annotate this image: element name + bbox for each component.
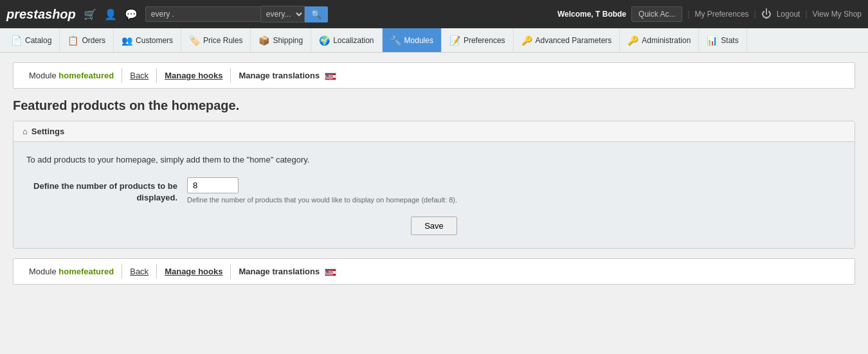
administration-icon: 🔑 xyxy=(628,35,638,46)
module-label-bottom: Module homefeatured xyxy=(21,264,122,279)
manage-translations-top[interactable]: Manage translations 🇺🇸 xyxy=(231,68,343,83)
preferences-icon: 📝 xyxy=(449,35,460,46)
nav-modules[interactable]: 🔧 Modules xyxy=(383,28,442,52)
cart-icon[interactable]: 🛒 xyxy=(84,8,96,21)
nav-catalog[interactable]: 📄 Catalog xyxy=(3,28,60,52)
search-input[interactable] xyxy=(145,6,261,22)
settings-header: Settings xyxy=(14,121,854,142)
quick-access-button[interactable]: Quick Ac... xyxy=(631,6,682,22)
nav-advanced-parameters[interactable]: 🔑 Advanced Parameters xyxy=(514,28,620,52)
nav-price-rules[interactable]: 🏷️ Price Rules xyxy=(181,28,251,52)
modules-icon: 🔧 xyxy=(390,35,401,46)
nav-shipping[interactable]: 📦 Shipping xyxy=(251,28,311,52)
search-dropdown[interactable]: every... xyxy=(261,6,305,22)
flag-icon-top: 🇺🇸 xyxy=(325,73,336,80)
shipping-icon: 📦 xyxy=(258,35,269,46)
nav-localization[interactable]: 🌍 Localization xyxy=(311,28,382,52)
employees-icon[interactable]: 👤 xyxy=(104,8,117,21)
logo[interactable]: prestashop xyxy=(6,7,76,22)
module-toolbar-bottom: Module homefeatured Back Manage hooks Ma… xyxy=(13,258,855,285)
save-row: Save xyxy=(26,217,842,235)
welcome-text: Welcome, T Bobde xyxy=(557,10,626,19)
module-label-top: Module homefeatured xyxy=(21,68,122,83)
form-control-wrap: Define the number of products that you w… xyxy=(187,177,842,204)
info-text: To add products to your homepage, simply… xyxy=(26,155,842,164)
back-button-top[interactable]: Back xyxy=(122,68,157,83)
chat-icon[interactable]: 💬 xyxy=(125,8,138,21)
orders-icon: 📋 xyxy=(68,35,78,46)
content-area: Module homefeatured Back Manage hooks Ma… xyxy=(0,53,868,304)
module-toolbar-top: Module homefeatured Back Manage hooks Ma… xyxy=(13,62,855,89)
product-count-input[interactable] xyxy=(187,177,239,193)
manage-hooks-bottom[interactable]: Manage hooks xyxy=(157,264,231,279)
view-my-shop-link[interactable]: View My Shop xyxy=(813,10,862,19)
power-icon: ⏻ xyxy=(761,8,772,20)
top-bar-right: Welcome, T Bobde Quick Ac... | My Prefer… xyxy=(557,6,862,22)
logout-link[interactable]: Logout xyxy=(777,10,800,19)
settings-body: To add products to your homepage, simply… xyxy=(14,142,854,248)
stats-icon: 📊 xyxy=(707,35,718,46)
back-button-bottom[interactable]: Back xyxy=(122,264,157,279)
nav-preferences[interactable]: 📝 Preferences xyxy=(442,28,514,52)
module-name-top[interactable]: homefeatured xyxy=(59,71,114,80)
main-nav: 📄 Catalog 📋 Orders 👥 Customers 🏷️ Price … xyxy=(0,28,868,53)
nav-customers[interactable]: 👥 Customers xyxy=(114,28,181,52)
nav-orders[interactable]: 📋 Orders xyxy=(60,28,114,52)
home-icon xyxy=(23,127,28,136)
module-name-bottom[interactable]: homefeatured xyxy=(59,267,114,276)
flag-icon-bottom: 🇺🇸 xyxy=(325,269,336,276)
search-area: every... 🔍 xyxy=(145,6,328,22)
manage-translations-bottom[interactable]: Manage translations 🇺🇸 xyxy=(231,264,343,279)
localization-icon: 🌍 xyxy=(319,35,330,46)
top-bar-left: prestashop 🛒 👤 💬 every... 🔍 xyxy=(6,6,328,22)
nav-stats[interactable]: 📊 Stats xyxy=(699,28,746,52)
form-label: Define the number of products to be disp… xyxy=(26,177,187,204)
page-title: Featured products on the homepage. xyxy=(13,98,855,113)
save-button[interactable]: Save xyxy=(411,217,457,235)
search-button[interactable]: 🔍 xyxy=(305,6,328,22)
nav-administration[interactable]: 🔑 Administration xyxy=(620,28,699,52)
customers-icon: 👥 xyxy=(122,35,132,46)
price-rules-icon: 🏷️ xyxy=(189,35,200,46)
top-bar: prestashop 🛒 👤 💬 every... 🔍 Welcome, T B… xyxy=(0,0,868,28)
form-hint: Define the number of products that you w… xyxy=(187,196,842,204)
advanced-parameters-icon: 🔑 xyxy=(521,35,532,46)
manage-hooks-top[interactable]: Manage hooks xyxy=(157,68,231,83)
form-row: Define the number of products to be disp… xyxy=(26,177,842,204)
settings-panel: Settings To add products to your homepag… xyxy=(13,121,855,249)
my-preferences-link[interactable]: My Preferences xyxy=(695,10,749,19)
catalog-icon: 📄 xyxy=(11,35,22,46)
